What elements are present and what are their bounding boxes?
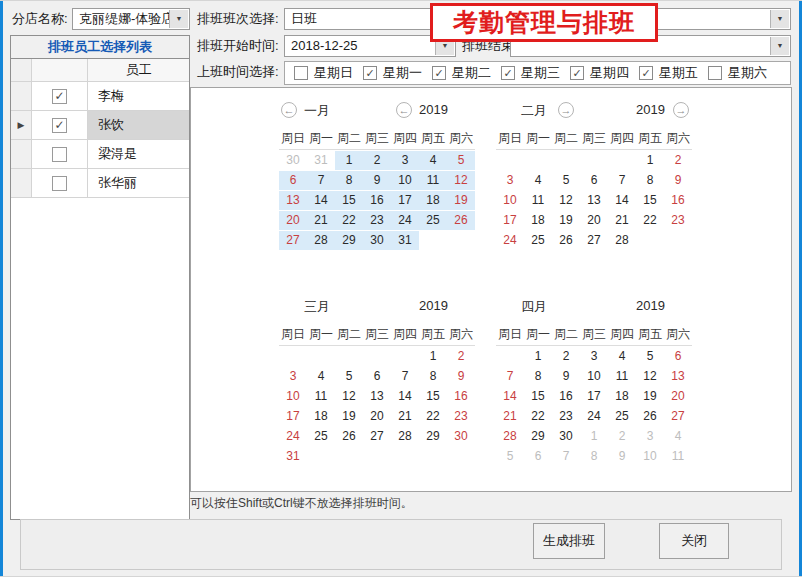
employee-checkbox-cell[interactable] (32, 140, 88, 168)
calendar-day[interactable]: 16 (552, 387, 580, 406)
calendar-day[interactable]: 7 (608, 171, 636, 190)
calendar-day[interactable]: 29 (524, 427, 552, 446)
calendar-day[interactable]: 17 (496, 211, 524, 230)
calendar-day[interactable]: 22 (419, 407, 447, 426)
calendar-day[interactable]: 11 (419, 171, 447, 190)
calendar-day[interactable]: 14 (496, 387, 524, 406)
calendar-day[interactable]: 26 (636, 407, 664, 426)
checkbox-checked[interactable]: ✓ (432, 66, 446, 80)
calendar-day[interactable]: 21 (391, 407, 419, 426)
calendar-day[interactable]: 8 (636, 171, 664, 190)
calendar-day[interactable]: 2 (552, 347, 580, 366)
calendar-day[interactable]: 24 (580, 407, 608, 426)
checkbox-checked[interactable]: ✓ (52, 89, 67, 104)
calendar-day[interactable]: 11 (307, 387, 335, 406)
checkbox-checked[interactable]: ✓ (570, 66, 584, 80)
calendar-day[interactable]: 2 (447, 347, 475, 366)
calendar-day[interactable]: 20 (279, 211, 307, 230)
calendar-day[interactable]: 28 (496, 427, 524, 446)
calendar-day[interactable]: 24 (496, 231, 524, 250)
calendar-day[interactable]: 3 (391, 151, 419, 170)
calendar-day[interactable]: 3 (496, 171, 524, 190)
employee-checkbox-cell[interactable]: ✓ (32, 111, 88, 139)
calendar-day[interactable]: 16 (664, 191, 692, 210)
calendar-day[interactable]: 27 (363, 427, 391, 446)
calendar-day[interactable]: 12 (335, 387, 363, 406)
calendar-day[interactable]: 22 (636, 211, 664, 230)
calendar-day[interactable]: 18 (608, 387, 636, 406)
calendar-day[interactable]: 28 (608, 231, 636, 250)
calendar-day[interactable]: 5 (447, 151, 475, 170)
calendar-day[interactable]: 10 (580, 367, 608, 386)
calendar-day[interactable]: 1 (335, 151, 363, 170)
calendar-day[interactable]: 22 (335, 211, 363, 230)
calendar-day[interactable]: 11 (664, 447, 692, 466)
calendar-day[interactable]: 5 (335, 367, 363, 386)
calendar-day[interactable]: 3 (279, 367, 307, 386)
calendar-day[interactable]: 14 (608, 191, 636, 210)
employee-checkbox-cell[interactable] (32, 169, 88, 197)
calendar-day[interactable]: 31 (391, 231, 419, 250)
calendar-day[interactable]: 27 (279, 231, 307, 250)
calendar-day[interactable]: 6 (524, 447, 552, 466)
calendar-day[interactable]: 25 (608, 407, 636, 426)
employee-name-cell[interactable]: 张饮 (88, 111, 189, 139)
calendar-day[interactable]: 8 (419, 367, 447, 386)
calendar-day[interactable]: 6 (279, 171, 307, 190)
calendar-day[interactable]: 20 (580, 211, 608, 230)
employee-name-cell[interactable]: 张华丽 (88, 169, 189, 197)
checkbox-checked[interactable]: ✓ (639, 66, 653, 80)
weekday-checkbox-item-6[interactable]: 星期六 (708, 64, 777, 82)
calendar-day[interactable]: 13 (664, 367, 692, 386)
checkbox[interactable] (294, 66, 308, 80)
calendar-day[interactable]: 10 (279, 387, 307, 406)
calendar-day[interactable]: 20 (664, 387, 692, 406)
calendar-day[interactable]: 31 (307, 151, 335, 170)
calendar-day[interactable]: 6 (580, 171, 608, 190)
calendar-day[interactable]: 1 (419, 347, 447, 366)
calendar-day[interactable]: 26 (552, 231, 580, 250)
dropdown-arrow-icon[interactable]: ▼ (770, 37, 789, 55)
calendar-day[interactable]: 6 (664, 347, 692, 366)
calendar-day[interactable]: 10 (496, 191, 524, 210)
employee-name-cell[interactable]: 梁淂是 (88, 140, 189, 168)
calendar-day[interactable]: 21 (608, 211, 636, 230)
calendar-day[interactable]: 28 (307, 231, 335, 250)
calendar-day[interactable]: 15 (419, 387, 447, 406)
calendar-day[interactable]: 15 (524, 387, 552, 406)
calendar-day[interactable]: 2 (664, 151, 692, 170)
calendar-day[interactable]: 25 (524, 231, 552, 250)
calendar-day[interactable]: 8 (335, 171, 363, 190)
nav-next-year-icon[interactable]: → (673, 102, 689, 118)
calendar-day[interactable]: 14 (391, 387, 419, 406)
calendar-day[interactable]: 17 (580, 387, 608, 406)
calendar-day[interactable]: 30 (279, 151, 307, 170)
calendar-day[interactable]: 30 (363, 231, 391, 250)
calendar-day[interactable]: 5 (496, 447, 524, 466)
calendar-day[interactable]: 3 (636, 427, 664, 446)
calendar-day[interactable]: 1 (524, 347, 552, 366)
calendar-day[interactable]: 14 (307, 191, 335, 210)
weekday-checkbox-item-5[interactable]: ✓星期五 (639, 64, 708, 82)
calendar-day[interactable]: 4 (664, 427, 692, 446)
calendar-day[interactable]: 12 (552, 191, 580, 210)
calendar-day[interactable]: 26 (447, 211, 475, 230)
close-button[interactable]: 关闭 (659, 523, 729, 559)
checkbox-checked[interactable]: ✓ (501, 66, 515, 80)
checkbox[interactable] (708, 66, 722, 80)
calendar-day[interactable]: 15 (636, 191, 664, 210)
nav-prev-month-icon[interactable]: ← (281, 102, 297, 118)
calendar-day[interactable]: 16 (363, 191, 391, 210)
checkbox-checked[interactable]: ✓ (52, 118, 67, 133)
calendar-day[interactable]: 21 (496, 407, 524, 426)
calendar-day[interactable]: 27 (664, 407, 692, 426)
calendar-day[interactable]: 30 (447, 427, 475, 446)
calendar-day[interactable]: 1 (580, 427, 608, 446)
calendar-day[interactable]: 2 (363, 151, 391, 170)
calendar-day[interactable]: 4 (608, 347, 636, 366)
calendar-day[interactable]: 7 (391, 367, 419, 386)
weekday-checkbox-item-0[interactable]: 星期日 (294, 64, 363, 82)
checkbox-checked[interactable]: ✓ (363, 66, 377, 80)
calendar-day[interactable]: 9 (552, 367, 580, 386)
calendar-day[interactable]: 9 (363, 171, 391, 190)
